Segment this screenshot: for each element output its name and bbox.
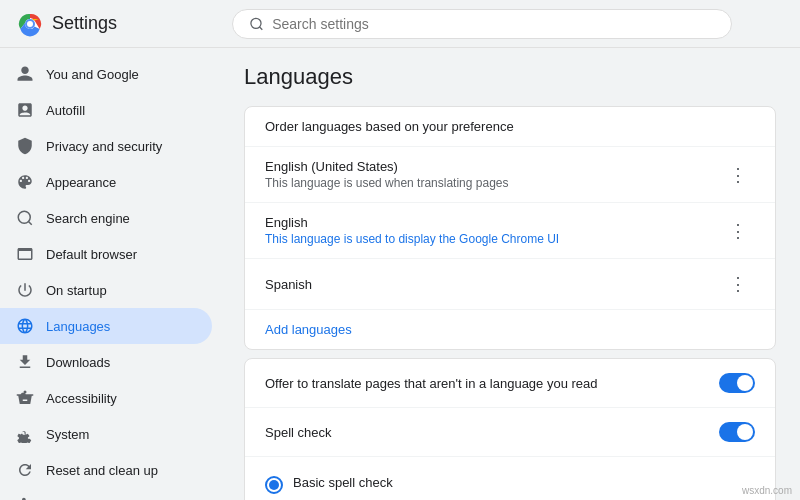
languages-card-header: Order languages based on your preference [245,107,775,147]
sidebar-item-label: Downloads [46,355,110,370]
sidebar-item-you-and-google[interactable]: You and Google [0,56,212,92]
offer-translate-label: Offer to translate pages that aren't in … [265,376,598,391]
startup-icon [16,281,34,299]
language-info: English (United States) This language is… [265,159,509,190]
watermark: wsxdn.com [742,485,792,496]
sidebar-item-label: On startup [46,283,107,298]
language-row-spanish: Spanish ⋮ [245,259,775,310]
language-row-english: English This language is used to display… [245,203,775,259]
language-desc: This language is used to display the Goo… [265,232,559,246]
sidebar-item-label: Search engine [46,211,130,226]
sidebar-item-search-engine[interactable]: Search engine [0,200,212,236]
sidebar-item-label: Autofill [46,103,85,118]
language-name: English [265,215,559,230]
sidebar-item-on-startup[interactable]: On startup [0,272,212,308]
languages-card: Order languages based on your preference… [244,106,776,350]
sidebar-item-extensions[interactable]: Extensions [0,488,212,500]
sidebar-item-system[interactable]: System [0,416,212,452]
page-title: Languages [244,64,776,90]
sidebar-item-reset-and-clean-up[interactable]: Reset and clean up [0,452,212,488]
sidebar-item-label: Languages [46,319,110,334]
sidebar-item-accessibility[interactable]: Accessibility [0,380,212,416]
language-info: Spanish [265,277,312,292]
sidebar-item-label: System [46,427,89,442]
sidebar-item-label: Default browser [46,247,137,262]
svg-point-4 [251,18,261,28]
language-options-button[interactable]: ⋮ [721,162,755,188]
accessibility-icon [16,389,34,407]
spell-check-label: Spell check [265,425,331,440]
system-icon [16,425,34,443]
basic-spell-check-info: Basic spell check [293,475,393,490]
language-name: Spanish [265,277,312,292]
language-info: English This language is used to display… [265,215,559,246]
basic-spell-check-radio[interactable] [265,476,283,494]
basic-spell-check-row: Basic spell check [265,469,755,500]
spell-check-section: Basic spell check Enhanced spell check U… [245,457,775,500]
reset-icon [16,461,34,479]
sidebar-item-downloads[interactable]: Downloads [0,344,212,380]
language-options-button[interactable]: ⋮ [721,271,755,297]
spell-check-toggle[interactable] [719,422,755,442]
sidebar-item-appearance[interactable]: Appearance [0,164,212,200]
sidebar-item-autofill[interactable]: Autofill [0,92,212,128]
search-input[interactable] [272,16,715,32]
logo-area: Settings [16,10,216,38]
search-engine-icon [16,209,34,227]
sidebar-item-label: Reset and clean up [46,463,158,478]
search-icon [249,16,264,32]
svg-line-7 [28,221,31,224]
browser-icon [16,245,34,263]
top-bar: Settings [0,0,800,48]
main-content: You and Google Autofill Privacy and secu… [0,48,800,500]
page-content: Languages Order languages based on your … [220,48,800,500]
appearance-icon [16,173,34,191]
language-name: English (United States) [265,159,509,174]
download-icon [16,353,34,371]
sidebar-item-languages[interactable]: Languages [0,308,212,344]
svg-point-6 [18,211,30,223]
sidebar-item-default-browser[interactable]: Default browser [0,236,212,272]
spell-check-row: Spell check [245,408,775,457]
sidebar-item-label: You and Google [46,67,139,82]
language-options-button[interactable]: ⋮ [721,218,755,244]
chrome-logo-icon [16,10,44,38]
sidebar: You and Google Autofill Privacy and secu… [0,48,220,500]
basic-spell-check-label: Basic spell check [293,475,393,490]
offer-translate-card: Offer to translate pages that aren't in … [244,358,776,500]
sidebar-item-privacy-and-security[interactable]: Privacy and security [0,128,212,164]
globe-icon [16,317,34,335]
page-title: Settings [52,13,117,34]
search-bar[interactable] [232,9,732,39]
autofill-icon [16,101,34,119]
sidebar-item-label: Privacy and security [46,139,162,154]
sidebar-item-label: Accessibility [46,391,117,406]
offer-translate-row: Offer to translate pages that aren't in … [245,359,775,408]
shield-icon [16,137,34,155]
offer-translate-toggle[interactable] [719,373,755,393]
sidebar-item-label: Appearance [46,175,116,190]
language-row-english-us: English (United States) This language is… [245,147,775,203]
svg-point-3 [27,21,33,27]
svg-line-5 [260,26,263,29]
person-icon [16,65,34,83]
language-desc: This language is used when translating p… [265,176,509,190]
add-languages-button[interactable]: Add languages [245,310,372,349]
